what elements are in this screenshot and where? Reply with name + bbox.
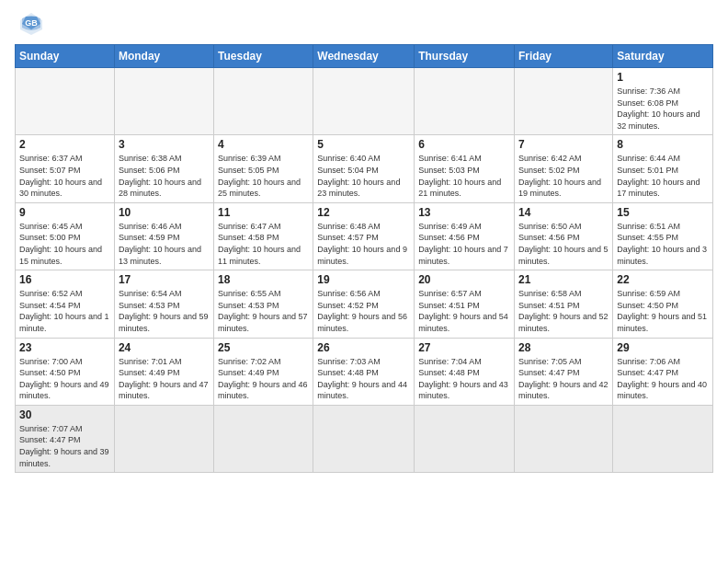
day-info: Sunrise: 6:57 AMSunset: 4:51 PMDaylight:…: [418, 288, 510, 334]
day-number: 12: [317, 206, 410, 219]
calendar-cell: 26Sunrise: 7:03 AMSunset: 4:48 PMDayligh…: [313, 338, 415, 405]
calendar-cell: 23Sunrise: 7:00 AMSunset: 4:50 PMDayligh…: [16, 338, 115, 405]
day-info: Sunrise: 6:39 AMSunset: 5:05 PMDaylight:…: [218, 153, 309, 199]
calendar-week-1: 2Sunrise: 6:37 AMSunset: 5:07 PMDaylight…: [16, 135, 713, 202]
calendar-cell: 10Sunrise: 6:46 AMSunset: 4:59 PMDayligh…: [114, 202, 213, 270]
calendar-cell: 6Sunrise: 6:41 AMSunset: 5:03 PMDaylight…: [415, 135, 515, 202]
day-info: Sunrise: 6:41 AMSunset: 5:03 PMDaylight:…: [418, 153, 510, 199]
day-info: Sunrise: 6:37 AMSunset: 5:07 PMDaylight:…: [19, 153, 110, 199]
day-number: 8: [617, 138, 709, 151]
calendar-cell: 15Sunrise: 6:51 AMSunset: 4:55 PMDayligh…: [613, 202, 713, 270]
calendar-cell: [214, 68, 313, 135]
calendar-cell: [613, 405, 713, 472]
day-number: 4: [218, 138, 309, 151]
calendar-cell: 8Sunrise: 6:44 AMSunset: 5:01 PMDaylight…: [613, 135, 713, 202]
calendar-cell: [415, 68, 515, 135]
day-info: Sunrise: 6:56 AMSunset: 4:52 PMDaylight:…: [317, 288, 410, 334]
day-number: 1: [617, 71, 709, 84]
weekday-header-wednesday: Wednesday: [313, 45, 415, 68]
day-info: Sunrise: 6:38 AMSunset: 5:06 PMDaylight:…: [119, 153, 210, 199]
calendar-cell: [114, 68, 213, 135]
calendar-cell: 21Sunrise: 6:58 AMSunset: 4:51 PMDayligh…: [515, 270, 613, 338]
day-number: 24: [119, 341, 210, 354]
weekday-header-thursday: Thursday: [415, 45, 515, 68]
day-info: Sunrise: 7:06 AMSunset: 4:47 PMDaylight:…: [617, 356, 709, 402]
calendar-cell: [415, 405, 515, 472]
day-number: 22: [617, 273, 709, 286]
day-number: 27: [418, 341, 510, 354]
day-info: Sunrise: 6:40 AMSunset: 5:04 PMDaylight:…: [317, 153, 410, 199]
day-number: 19: [317, 273, 410, 286]
day-info: Sunrise: 6:55 AMSunset: 4:53 PMDaylight:…: [218, 288, 309, 334]
day-info: Sunrise: 6:50 AMSunset: 4:56 PMDaylight:…: [518, 221, 609, 267]
day-info: Sunrise: 7:00 AMSunset: 4:50 PMDaylight:…: [19, 356, 110, 402]
day-number: 11: [218, 206, 309, 219]
calendar-cell: 4Sunrise: 6:39 AMSunset: 5:05 PMDaylight…: [214, 135, 313, 202]
day-info: Sunrise: 7:03 AMSunset: 4:48 PMDaylight:…: [317, 356, 410, 402]
day-info: Sunrise: 6:47 AMSunset: 4:58 PMDaylight:…: [218, 221, 309, 267]
calendar-cell: 5Sunrise: 6:40 AMSunset: 5:04 PMDaylight…: [313, 135, 415, 202]
calendar-cell: 16Sunrise: 6:52 AMSunset: 4:54 PMDayligh…: [16, 270, 115, 338]
day-info: Sunrise: 7:02 AMSunset: 4:49 PMDaylight:…: [218, 356, 309, 402]
calendar-cell: [313, 68, 415, 135]
calendar-week-3: 16Sunrise: 6:52 AMSunset: 4:54 PMDayligh…: [16, 270, 713, 338]
calendar: SundayMondayTuesdayWednesdayThursdayFrid…: [15, 44, 713, 473]
calendar-cell: 1Sunrise: 7:36 AMSunset: 6:08 PMDaylight…: [613, 68, 713, 135]
calendar-cell: 11Sunrise: 6:47 AMSunset: 4:58 PMDayligh…: [214, 202, 313, 270]
calendar-cell: 29Sunrise: 7:06 AMSunset: 4:47 PMDayligh…: [613, 338, 713, 405]
day-info: Sunrise: 6:51 AMSunset: 4:55 PMDaylight:…: [617, 221, 709, 267]
calendar-cell: [214, 405, 313, 472]
calendar-cell: 3Sunrise: 6:38 AMSunset: 5:06 PMDaylight…: [114, 135, 213, 202]
calendar-cell: [114, 405, 213, 472]
day-number: 17: [119, 273, 210, 286]
calendar-cell: 30Sunrise: 7:07 AMSunset: 4:47 PMDayligh…: [16, 405, 115, 472]
calendar-week-4: 23Sunrise: 7:00 AMSunset: 4:50 PMDayligh…: [16, 338, 713, 405]
day-number: 16: [19, 273, 110, 286]
day-info: Sunrise: 6:44 AMSunset: 5:01 PMDaylight:…: [617, 153, 709, 199]
day-number: 30: [19, 408, 110, 421]
calendar-cell: 22Sunrise: 6:59 AMSunset: 4:50 PMDayligh…: [613, 270, 713, 338]
day-number: 14: [518, 206, 609, 219]
calendar-week-5: 30Sunrise: 7:07 AMSunset: 4:47 PMDayligh…: [16, 405, 713, 472]
day-number: 28: [518, 341, 609, 354]
day-number: 18: [218, 273, 309, 286]
logo: GB: [15, 11, 51, 37]
day-info: Sunrise: 7:05 AMSunset: 4:47 PMDaylight:…: [518, 356, 609, 402]
day-info: Sunrise: 6:45 AMSunset: 5:00 PMDaylight:…: [19, 221, 110, 267]
day-info: Sunrise: 6:59 AMSunset: 4:50 PMDaylight:…: [617, 288, 709, 334]
calendar-cell: [313, 405, 415, 472]
svg-text:GB: GB: [25, 18, 38, 28]
calendar-cell: [515, 405, 613, 472]
calendar-cell: 27Sunrise: 7:04 AMSunset: 4:48 PMDayligh…: [415, 338, 515, 405]
day-info: Sunrise: 7:36 AMSunset: 6:08 PMDaylight:…: [617, 86, 709, 132]
logo-icon: GB: [15, 11, 48, 37]
day-number: 3: [119, 138, 210, 151]
day-info: Sunrise: 7:07 AMSunset: 4:47 PMDaylight:…: [19, 423, 110, 469]
day-info: Sunrise: 6:52 AMSunset: 4:54 PMDaylight:…: [19, 288, 110, 334]
page-header: GB: [15, 11, 713, 37]
day-number: 6: [418, 138, 510, 151]
day-number: 29: [617, 341, 709, 354]
day-number: 7: [518, 138, 609, 151]
day-info: Sunrise: 6:49 AMSunset: 4:56 PMDaylight:…: [418, 221, 510, 267]
day-number: 26: [317, 341, 410, 354]
day-info: Sunrise: 6:42 AMSunset: 5:02 PMDaylight:…: [518, 153, 609, 199]
day-number: 25: [218, 341, 309, 354]
calendar-cell: [16, 68, 115, 135]
day-number: 10: [119, 206, 210, 219]
calendar-week-0: 1Sunrise: 7:36 AMSunset: 6:08 PMDaylight…: [16, 68, 713, 135]
calendar-week-2: 9Sunrise: 6:45 AMSunset: 5:00 PMDaylight…: [16, 202, 713, 270]
calendar-cell: 7Sunrise: 6:42 AMSunset: 5:02 PMDaylight…: [515, 135, 613, 202]
day-number: 21: [518, 273, 609, 286]
calendar-cell: 25Sunrise: 7:02 AMSunset: 4:49 PMDayligh…: [214, 338, 313, 405]
calendar-cell: 13Sunrise: 6:49 AMSunset: 4:56 PMDayligh…: [415, 202, 515, 270]
day-number: 2: [19, 138, 110, 151]
day-number: 5: [317, 138, 410, 151]
weekday-header-row: SundayMondayTuesdayWednesdayThursdayFrid…: [16, 45, 713, 68]
day-info: Sunrise: 7:01 AMSunset: 4:49 PMDaylight:…: [119, 356, 210, 402]
day-info: Sunrise: 6:48 AMSunset: 4:57 PMDaylight:…: [317, 221, 410, 267]
calendar-cell: [515, 68, 613, 135]
calendar-cell: 24Sunrise: 7:01 AMSunset: 4:49 PMDayligh…: [114, 338, 213, 405]
calendar-cell: 17Sunrise: 6:54 AMSunset: 4:53 PMDayligh…: [114, 270, 213, 338]
day-info: Sunrise: 6:58 AMSunset: 4:51 PMDaylight:…: [518, 288, 609, 334]
